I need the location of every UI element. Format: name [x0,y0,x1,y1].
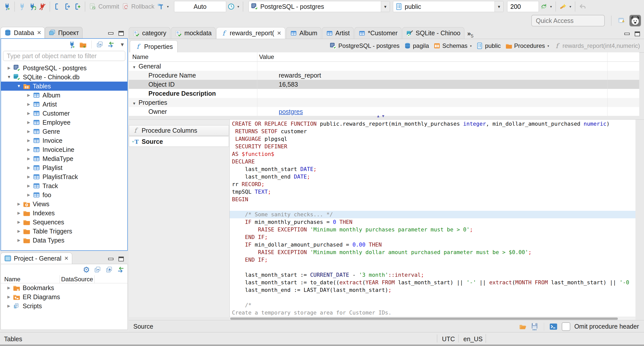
code-line[interactable]: last_month_end DATE; [230,173,635,181]
query-history-button[interactable]: ▾ [227,3,239,10]
code-line[interactable]: tmpSQL TEXT; [230,188,635,196]
chevron-collapsed-icon[interactable]: ▶ [25,138,33,143]
code-line[interactable]: last_month_start := CURRENT_DATE - '3 mo… [230,271,635,279]
tree-item-invoiceline[interactable]: ▶InvoiceLine [1,145,127,154]
prop-row-procedure-name[interactable]: Procedure Namerewards_report [129,71,639,80]
editor-tab-rewards-report[interactable]: frewards_report(✕ [216,27,285,39]
arrow-down-icon[interactable]: ▼ [381,114,386,118]
code-line[interactable]: IF min_monthly_purchases = 0 THEN [230,218,635,226]
sql-editor-button[interactable] [54,3,61,10]
prop-row-properties[interactable]: ▼Properties [129,98,639,107]
dropdown-button[interactable]: ▼ [381,1,390,12]
prop-row-procedure-description[interactable]: Procedure Description [129,89,639,98]
minimize-icon[interactable] [624,33,630,35]
tree-item-playlist[interactable]: ▶Playlist [1,163,127,172]
sash-collapse-arrows[interactable]: ▲▼ [376,114,386,118]
breadcrumb-pagila[interactable]: pagila [404,42,429,49]
tree-item-artist[interactable]: ▶Artist [1,100,127,109]
tab-projects[interactable]: Проект [45,27,82,38]
chevron-collapsed-icon[interactable]: ▶ [5,66,13,70]
plug-new-icon[interactable]: + [68,41,76,48]
breadcrumb-public[interactable]: public [476,42,501,49]
tree-item-sqlite-chinook-db[interactable]: ▼SQLite - Chinook.db [1,73,127,82]
tab-properties[interactable]: f Properties [130,40,178,53]
code-line[interactable]: LANGUAGE plpgsql [230,135,635,143]
chevron-expanded-icon[interactable]: ▼ [132,65,136,69]
code-line[interactable] [230,203,635,211]
link-with-editor-icon[interactable] [117,266,125,273]
arrow-up-icon[interactable]: ▲ [376,114,381,118]
code-line[interactable]: END IF; [230,233,635,241]
connect-button[interactable] [18,3,26,10]
code-line[interactable]: RAISE EXCEPTION 'Minimum monthly purchas… [230,226,635,233]
tree-item-tables[interactable]: ▼Tables [1,82,127,91]
tab-overflow-button[interactable]: » 5 [465,29,475,39]
chevron-expanded-icon[interactable]: ▼ [15,84,23,88]
tree-item-genre[interactable]: ▶Genre [1,127,127,136]
tab-project-general[interactable]: Project - General ✕ [1,253,72,264]
project-item-er-diagrams[interactable]: ▶ER Diagrams [1,292,128,301]
tree-item-indexes[interactable]: ▶Indexes [1,209,127,218]
code-line[interactable]: AS $function$ [230,150,635,158]
chevron-collapsed-icon[interactable]: ▶ [25,184,33,188]
tree-item-foo[interactable]: ▶foo [1,190,127,199]
prop-value[interactable]: postgres [277,108,303,115]
tree-item-employee[interactable]: ▶Employee [1,118,127,127]
column-divider[interactable] [94,275,95,283]
tree-item-postgresql-postgres[interactable]: ▶PostgreSQL - postgres [1,63,127,73]
save-file-icon[interactable] [531,323,539,331]
project-item-bookmarks[interactable]: ▶★Bookmarks [1,283,128,292]
dropdown-button[interactable]: ▼ [495,1,503,12]
fetch-size-input[interactable] [507,1,539,12]
open-sql-script-button[interactable] [64,3,71,10]
close-icon[interactable]: ✕ [37,30,42,36]
new-connection-button[interactable]: + [3,3,11,10]
code-line[interactable]: CREATE OR REPLACE FUNCTION public.reward… [230,120,635,128]
code-line[interactable]: END IF; [230,256,635,264]
editor-tab-mockdata[interactable]: mockdata [171,27,216,39]
editor-tab-sqlite-chinoo[interactable]: SQLite - Chinoo [402,27,464,39]
chevron-expanded-icon[interactable]: ▼ [132,101,136,106]
tree-item-data-types[interactable]: ▶Data Types [1,236,127,245]
code-line[interactable]: /* [230,301,635,309]
breadcrumb-rewards-report-int4-numeric[interactable]: frewards_report(int4,numeric) [554,42,640,49]
code-line[interactable] [230,264,635,271]
horizontal-scrollbar[interactable] [230,317,635,320]
chevron-collapsed-icon[interactable]: ▶ [25,102,33,107]
chevron-collapsed-icon[interactable]: ▶ [15,211,23,215]
rollback-button[interactable]: Rollback [122,3,154,10]
chevron-collapsed-icon[interactable]: ▶ [25,129,33,134]
subtab-procedure-columns[interactable]: f Procedure Columns [129,125,229,136]
code-line[interactable]: last_month_start := to_date((extract(YEA… [230,279,635,286]
code-line[interactable]: DECLARE [230,158,635,165]
active-connection-combo[interactable]: PostgreSQL - postgres ▼ [249,1,390,12]
code-line[interactable]: /* Some sanity checks... */ [230,211,635,218]
chevron-collapsed-icon[interactable]: ▶ [5,286,13,290]
minimize-icon[interactable] [108,32,113,34]
commit-mode-combo[interactable]: Auto [174,1,226,12]
omit-procedure-header-checkbox[interactable] [562,322,570,331]
code-line[interactable]: SECURITY DEFINER [230,143,635,150]
scrollbar-thumb[interactable] [230,318,618,320]
code-line[interactable]: IF min_dollar_amount_purchased = 0.00 TH… [230,241,635,249]
code-line[interactable]: rr RECORD; [230,181,635,188]
chevron-collapsed-icon[interactable]: ▶ [25,165,33,170]
code-line[interactable]: RETURNS SETOF customer [230,128,635,135]
tree-item-views[interactable]: ▶Views [1,199,127,209]
chevron-collapsed-icon[interactable]: ▶ [25,120,33,125]
active-schema-combo[interactable]: public ▼ [393,1,504,12]
disconnect-button[interactable] [38,3,46,10]
chevron-collapsed-icon[interactable]: ▶ [15,202,23,206]
view-menu-icon[interactable]: ▼ [120,42,125,48]
editor-tab-category[interactable]: category [129,27,170,39]
breadcrumb-postgresql-postgres[interactable]: PostgreSQL - postgres [330,42,399,49]
chevron-collapsed-icon[interactable]: ▶ [15,220,23,224]
chevron-collapsed-icon[interactable]: ▶ [25,156,33,161]
chevron-collapsed-icon[interactable]: ▶ [25,175,33,179]
open-file-icon[interactable] [519,323,527,331]
chevron-down-icon[interactable]: ▾ [470,44,472,48]
tree-item-mediatype[interactable]: ▶MediaType [1,154,127,163]
tree-item-customer[interactable]: ▶Customer [1,109,127,118]
new-sql-editor-button[interactable] [74,3,81,10]
chevron-collapsed-icon[interactable]: ▶ [15,238,23,243]
